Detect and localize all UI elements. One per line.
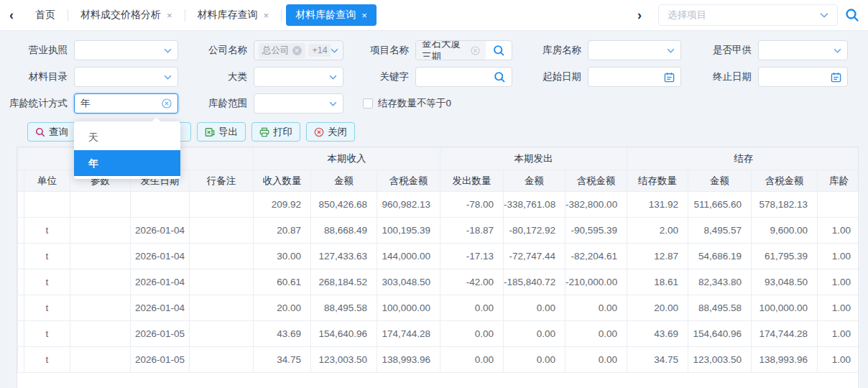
category-select[interactable] [254, 67, 343, 87]
table-cell[interactable] [190, 321, 254, 347]
table-cell[interactable]: 61,795.39 [752, 244, 818, 269]
table-cell[interactable]: 174,744.28 [752, 321, 818, 347]
table-cell[interactable]: 303,048.50 [377, 269, 440, 295]
table-cell[interactable] [818, 192, 859, 218]
project-select[interactable]: 选择项目 [658, 4, 838, 26]
close-tab-icon[interactable]: × [361, 10, 367, 21]
table-cell[interactable]: 138,993.96 [752, 347, 818, 373]
tab-home[interactable]: 首页 [23, 0, 68, 30]
table-cell[interactable]: 511,665.60 [688, 192, 752, 218]
owner-supplied-select[interactable] [758, 40, 848, 60]
table-cell[interactable]: t [24, 347, 70, 373]
remove-tag-icon[interactable]: × [292, 46, 302, 55]
table-cell[interactable]: 100,000.00 [752, 295, 818, 321]
dropdown-option[interactable]: 天 [74, 124, 180, 150]
table-cell[interactable]: 174,744.28 [377, 321, 440, 347]
keyword-input[interactable] [415, 67, 512, 87]
table-cell[interactable]: 43.69 [254, 321, 311, 347]
tab-material-aging-query[interactable]: 材料库龄查询 × [286, 4, 377, 26]
table-cell[interactable]: 20.00 [254, 295, 311, 321]
table-cell[interactable]: 2.00 [627, 218, 688, 244]
table-cell[interactable]: 0.00 [440, 295, 504, 321]
table-cell[interactable]: -382,800.00 [565, 192, 627, 218]
table-cell[interactable]: 54,686.19 [688, 244, 752, 269]
table-cell[interactable]: -72,747.44 [504, 244, 565, 269]
table-cell[interactable]: t [24, 269, 70, 295]
table-cell[interactable]: 0.00 [565, 295, 627, 321]
table-cell[interactable]: 60.61 [254, 269, 311, 295]
table-cell[interactable]: 34.75 [627, 347, 688, 373]
end-date-input[interactable] [758, 67, 848, 87]
table-cell[interactable]: 9,600.00 [752, 218, 818, 244]
table-cell[interactable]: 154,640.96 [311, 321, 377, 347]
search-icon[interactable] [838, 8, 868, 22]
table-cell[interactable]: 127,433.63 [311, 244, 377, 269]
table-cell[interactable] [70, 218, 131, 244]
table-row[interactable]: t2026-01-0430.00127,433.63144,000.00-17.… [18, 244, 859, 269]
tabs-scroll-left-icon[interactable]: ‹ [0, 0, 23, 30]
table-cell[interactable]: 138,993.96 [377, 347, 440, 373]
table-cell[interactable]: 20.87 [254, 218, 311, 244]
table-cell[interactable]: 2026-01-04 [131, 269, 190, 295]
aging-range-select[interactable] [254, 93, 343, 114]
table-cell[interactable]: 2026-01-04 [131, 295, 190, 321]
business-license-select[interactable] [74, 40, 178, 60]
table-cell[interactable]: 131.92 [627, 192, 688, 218]
table-cell[interactable]: 2026-01-05 [131, 347, 190, 373]
table-cell[interactable]: 100,195.39 [377, 218, 440, 244]
table-cell[interactable]: t [24, 244, 70, 269]
close-button[interactable]: 关闭 [306, 122, 355, 142]
table-cell[interactable]: 154,640.96 [688, 321, 752, 347]
table-cell[interactable]: t [24, 295, 70, 321]
table-cell[interactable]: 0.00 [440, 347, 504, 373]
tab-material-stock-query[interactable]: 材料库存查询 × [185, 0, 282, 30]
table-cell[interactable]: -17.13 [440, 244, 504, 269]
table-cell[interactable]: 88,495.58 [311, 295, 377, 321]
table-cell[interactable]: 1.00 [818, 269, 859, 295]
table-cell[interactable]: 88,668.49 [311, 218, 377, 244]
table-cell[interactable]: 1.00 [818, 321, 859, 347]
tabs-scroll-right-icon[interactable]: › [628, 0, 651, 30]
clear-icon[interactable] [162, 98, 172, 108]
table-cell[interactable] [70, 321, 131, 347]
table-row[interactable]: t2026-01-0460.61268,184.52303,048.50-42.… [18, 269, 859, 295]
project-name-field[interactable]: 金石大厦三期 [415, 40, 512, 60]
table-row[interactable]: t2026-01-0534.75123,003.50138,993.960.00… [18, 347, 859, 373]
table-cell[interactable]: 82,343.80 [688, 269, 752, 295]
table-cell[interactable] [190, 295, 254, 321]
close-tab-icon[interactable]: × [264, 10, 269, 21]
material-catalog-select[interactable] [74, 67, 178, 87]
table-cell[interactable]: t [24, 218, 70, 244]
table-cell[interactable]: t [24, 321, 70, 347]
table-cell[interactable]: 88,495.58 [688, 295, 752, 321]
keyword-search-icon[interactable] [494, 71, 506, 83]
table-cell[interactable]: 1.00 [818, 244, 859, 269]
table-row[interactable]: t2026-01-0420.8788,668.49100,195.39-18.8… [18, 218, 859, 244]
table-cell[interactable]: 30.00 [254, 244, 311, 269]
table-cell[interactable] [70, 192, 131, 218]
table-cell[interactable]: 0.00 [504, 295, 565, 321]
table-cell[interactable]: -42.00 [440, 269, 504, 295]
table-cell[interactable] [70, 244, 131, 269]
table-cell[interactable]: 43.69 [627, 321, 688, 347]
table-cell[interactable]: 578,182.13 [752, 192, 818, 218]
table-cell[interactable]: -338,761.08 [504, 192, 565, 218]
close-tab-icon[interactable]: × [167, 10, 172, 21]
table-cell[interactable]: 209.92 [254, 192, 311, 218]
table-cell[interactable]: -18.87 [440, 218, 504, 244]
dropdown-option[interactable]: 年 [74, 150, 180, 176]
table-cell[interactable] [70, 347, 131, 373]
table-row[interactable]: t2026-01-0420.0088,495.58100,000.000.000… [18, 295, 859, 321]
table-row[interactable]: t2026-01-0543.69154,640.96174,744.280.00… [18, 321, 859, 347]
table-cell[interactable]: -210,000.00 [565, 269, 627, 295]
table-cell[interactable] [190, 347, 254, 373]
nonzero-balance-checkbox[interactable]: 结存数量不等于0 [363, 97, 451, 110]
table-cell[interactable]: 18.61 [627, 269, 688, 295]
table-cell[interactable] [70, 295, 131, 321]
table-cell[interactable]: -185,840.72 [504, 269, 565, 295]
table-cell[interactable]: -80,172.92 [504, 218, 565, 244]
table-cell[interactable]: 1.00 [818, 218, 859, 244]
table-cell[interactable]: 100,000.00 [377, 295, 440, 321]
table-cell[interactable]: 2026-01-04 [131, 218, 190, 244]
table-cell[interactable]: 960,982.13 [377, 192, 440, 218]
